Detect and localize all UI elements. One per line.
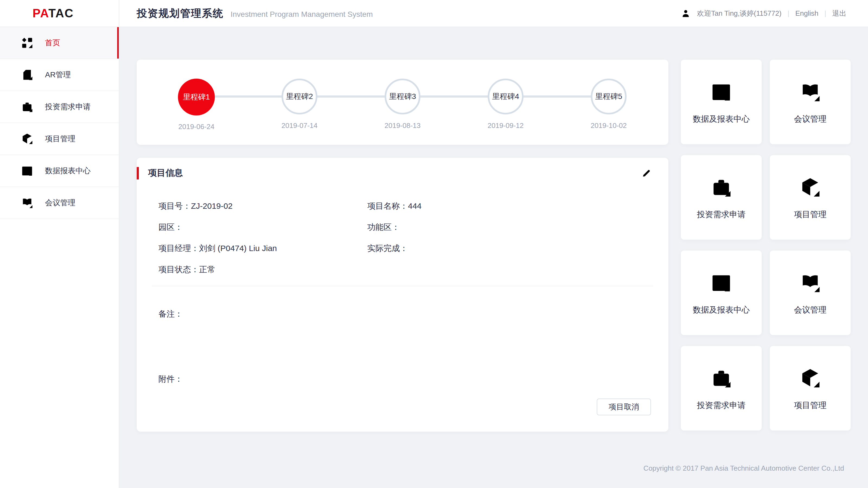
shortcut-label: 会议管理 [794, 113, 827, 125]
shortcut-investment-request[interactable]: 投资需求申请 [681, 155, 762, 240]
sidebar-item-label: 数据报表中心 [45, 166, 91, 176]
sidebar-item-label: 会议管理 [45, 198, 75, 208]
milestone-timeline-card: 里程碑1 2019-06-24 里程碑2 2019-07-14 里程碑3 201… [137, 60, 669, 145]
milestone-circle[interactable]: 里程碑2 [282, 78, 317, 115]
field-project-name: 项目名称：444 [367, 199, 647, 213]
dashboard-icon [20, 36, 34, 50]
shortcut-label: 数据及报表中心 [693, 113, 750, 125]
milestone-5: 里程碑5 2019-10-02 [557, 78, 660, 131]
patac-logo: PATAC [33, 6, 74, 20]
logout-link[interactable]: 退出 [832, 9, 846, 18]
chart-pins-icon [709, 79, 734, 104]
sidebar-item-ar-management[interactable]: AR管理 [0, 59, 119, 91]
sidebar-item-label: 投资需求申请 [45, 102, 91, 112]
sidebar-item-project-management[interactable]: 项目管理 [0, 123, 119, 155]
milestone-date: 2019-10-02 [591, 122, 627, 130]
milestone-circle[interactable]: 里程碑4 [488, 78, 524, 115]
welcome-text: 欢迎Tan Ting,谈婷(115772) [697, 9, 782, 18]
field-park: 园区： [158, 220, 367, 234]
meeting-book-icon [798, 79, 823, 104]
cube-icon [798, 175, 823, 200]
shortcut-label: 投资需求申请 [697, 400, 746, 411]
milestone-date: 2019-06-24 [179, 123, 215, 131]
cube-icon [20, 132, 34, 146]
project-info-card: 项目信息 项目号：ZJ-2019-02 项目名称：444 园区： 功能区： 项目… [137, 158, 669, 432]
milestone-4: 里程碑4 2019-09-12 [454, 78, 557, 131]
sidebar-item-home[interactable]: 首页 [0, 27, 119, 59]
field-function-zone: 功能区： [367, 220, 647, 234]
field-project-number: 项目号：ZJ-2019-02 [158, 199, 367, 213]
remarks-label: 备注： [158, 307, 647, 321]
shortcut-meeting-management[interactable]: 会议管理 [770, 60, 850, 144]
sidebar: 首页 AR管理 投资需求申请 项目管理 数据报表中心 会议管理 [0, 27, 119, 488]
shortcut-label: 投资需求申请 [697, 209, 746, 220]
user-icon [680, 8, 691, 19]
ar-document-icon [20, 68, 34, 82]
separator: | [787, 9, 789, 18]
shortcut-grid: 数据及报表中心 会议管理 投资需求申请 项目管理 数据及报表中心 会议管理 投资… [681, 60, 850, 430]
shortcut-data-report-center[interactable]: 数据及报表中心 [681, 60, 762, 144]
sidebar-item-data-report-center[interactable]: 数据报表中心 [0, 155, 119, 187]
separator: | [824, 9, 826, 18]
chart-pins-icon [709, 270, 734, 295]
project-fields: 项目号：ZJ-2019-02 项目名称：444 园区： 功能区： 项目经理：刘剑… [158, 199, 647, 276]
shortcut-label: 项目管理 [794, 400, 827, 411]
cube-icon [798, 366, 823, 391]
sidebar-item-label: AR管理 [45, 70, 71, 80]
shortcut-label: 数据及报表中心 [693, 304, 750, 316]
sidebar-item-investment-request[interactable]: 投资需求申请 [0, 91, 119, 123]
sidebar-item-label: 首页 [45, 38, 60, 48]
attachment-label: 附件： [158, 372, 647, 386]
shortcut-data-report-center[interactable]: 数据及报表中心 [681, 251, 762, 335]
milestone-date: 2019-07-14 [282, 122, 318, 130]
logo-area: PATAC [0, 0, 119, 27]
briefcase-yen-icon [709, 366, 734, 391]
shortcut-project-management[interactable]: 项目管理 [770, 155, 850, 240]
milestone-date: 2019-09-12 [488, 122, 524, 130]
field-project-status: 项目状态：正常 [158, 262, 367, 276]
page-subtitle: Investment Program Management System [230, 10, 373, 19]
copyright-text: Copyright © 2017 Pan Asia Technical Auto… [643, 464, 844, 473]
milestone-2: 里程碑2 2019-07-14 [248, 78, 351, 131]
divider [152, 286, 653, 286]
shortcut-label: 会议管理 [794, 304, 827, 316]
section-accent-bar [137, 167, 139, 180]
shortcut-investment-request[interactable]: 投资需求申请 [681, 346, 762, 430]
field-actual-completion: 实际完成： [367, 241, 647, 255]
shortcut-project-management[interactable]: 项目管理 [770, 346, 850, 430]
main-content: 里程碑1 2019-06-24 里程碑2 2019-07-14 里程碑3 201… [119, 27, 868, 488]
edit-pencil-icon[interactable] [640, 166, 653, 180]
milestone-circle[interactable]: 里程碑1 [178, 78, 215, 116]
shortcut-meeting-management[interactable]: 会议管理 [770, 251, 850, 335]
milestone-date: 2019-08-13 [384, 122, 421, 130]
meeting-book-icon [20, 196, 34, 210]
milestone-1: 里程碑1 2019-06-24 [145, 78, 248, 131]
milestone-3: 里程碑3 2019-08-13 [351, 78, 454, 131]
project-cancel-button[interactable]: 项目取消 [597, 398, 651, 415]
milestone-circle[interactable]: 里程碑3 [384, 78, 421, 115]
page-title: 投资规划管理系统 [137, 6, 223, 20]
language-switch-link[interactable]: English [795, 9, 818, 18]
briefcase-yen-icon [709, 175, 734, 200]
sidebar-item-meeting-management[interactable]: 会议管理 [0, 187, 119, 219]
sidebar-item-label: 项目管理 [45, 134, 75, 144]
briefcase-yen-icon [20, 100, 34, 114]
meeting-book-icon [798, 270, 823, 295]
section-title: 项目信息 [137, 167, 183, 179]
field-project-manager: 项目经理：刘剑 (P0474) Liu Jian [158, 241, 367, 255]
milestone-circle[interactable]: 里程碑5 [591, 78, 627, 115]
shortcut-label: 项目管理 [794, 209, 827, 220]
app-header: PATAC 投资规划管理系统 Investment Program Manage… [0, 0, 868, 27]
chart-pins-icon [20, 164, 34, 178]
